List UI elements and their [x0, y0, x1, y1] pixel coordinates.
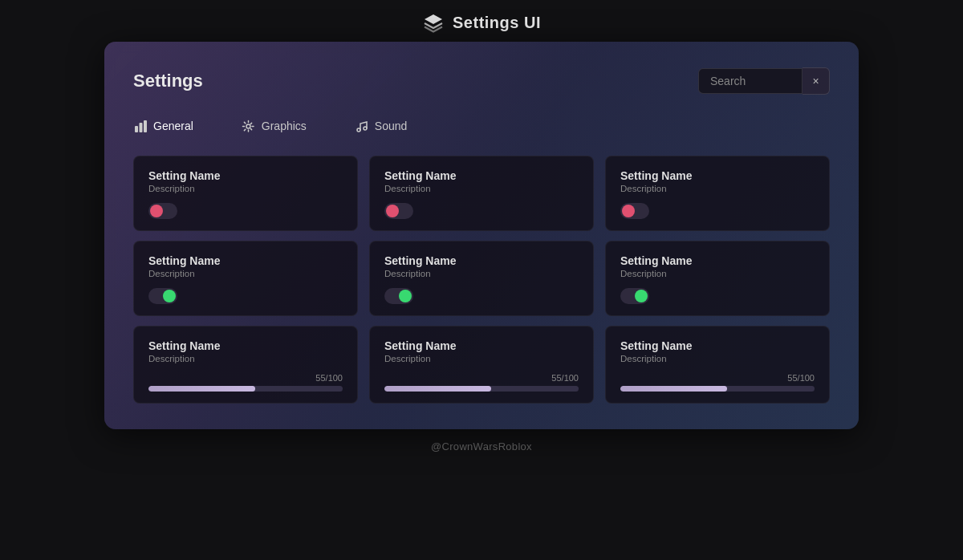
svg-marker-0: [425, 14, 442, 24]
settings-grid: Setting Name Description Setting Name De…: [133, 156, 830, 404]
search-clear-button[interactable]: ×: [802, 67, 830, 95]
slider-track-s3[interactable]: [620, 386, 815, 392]
slider-track-g3[interactable]: [148, 386, 343, 392]
slider-row-gr3: 55/100: [384, 373, 579, 383]
setting-desc-s1: Description: [620, 184, 815, 193]
setting-name-s2: Setting Name: [620, 254, 815, 267]
toggle-thumb-gr1: [386, 205, 399, 217]
tab-general[interactable]: General: [133, 114, 193, 140]
panel-header: Settings ×: [133, 67, 830, 95]
svg-rect-2: [139, 123, 142, 132]
layers-icon: [422, 11, 445, 34]
setting-name-gr1: Setting Name: [384, 169, 579, 182]
slider-fill-gr3: [384, 386, 491, 392]
svg-rect-3: [144, 120, 147, 132]
setting-name-s3: Setting Name: [620, 339, 815, 352]
toggle-wrap-g1: [148, 203, 343, 219]
setting-card-g2: Setting Name Description: [133, 241, 358, 316]
tab-general-label: General: [153, 120, 193, 132]
setting-desc-gr3: Description: [384, 354, 579, 363]
bar-chart-icon: [133, 119, 148, 133]
slider-value-s3: 55/100: [787, 373, 815, 383]
tab-sound-label: Sound: [375, 120, 407, 132]
slider-value-gr3: 55/100: [551, 373, 579, 383]
setting-name-gr3: Setting Name: [384, 339, 579, 352]
setting-name-g2: Setting Name: [148, 254, 343, 267]
toggle-wrap-gr2: [384, 288, 579, 304]
toggle-g2[interactable]: [148, 288, 177, 304]
setting-card-gr1: Setting Name Description: [369, 156, 594, 231]
toggle-g1[interactable]: [148, 203, 177, 219]
toggle-thumb-s2: [635, 290, 648, 302]
slider-row-s3: 55/100: [620, 373, 815, 383]
setting-card-s2: Setting Name Description: [605, 241, 830, 316]
setting-card-gr2: Setting Name Description: [369, 241, 594, 316]
toggle-thumb-g1: [150, 205, 163, 217]
slider-fill-g3: [148, 386, 255, 392]
toggle-s2[interactable]: [620, 288, 649, 304]
setting-card-g1: Setting Name Description: [133, 156, 358, 231]
slider-fill-s3: [620, 386, 727, 392]
toggle-wrap-s2: [620, 288, 815, 304]
toggle-wrap-g2: [148, 288, 343, 304]
setting-card-s3: Setting Name Description 55/100: [605, 326, 830, 404]
toggle-wrap-gr1: [384, 203, 579, 219]
toggle-thumb-gr2: [399, 290, 412, 302]
setting-card-gr3: Setting Name Description 55/100: [369, 326, 594, 404]
slider-row-g3: 55/100: [148, 373, 343, 383]
app-title: Settings UI: [453, 14, 541, 32]
setting-desc-gr2: Description: [384, 269, 579, 278]
slider-value-g3: 55/100: [315, 373, 343, 383]
svg-point-4: [246, 124, 250, 128]
setting-desc-g3: Description: [148, 354, 343, 363]
category-tabs: General Graphics: [133, 114, 830, 140]
footer-text: @CrownWarsRoblox: [431, 440, 532, 452]
setting-desc-gr1: Description: [384, 184, 579, 193]
panel-title: Settings: [133, 71, 203, 91]
tab-graphics-label: Graphics: [262, 120, 307, 132]
gear-icon: [242, 119, 256, 133]
footer: @CrownWarsRoblox: [0, 440, 963, 452]
tab-sound[interactable]: Sound: [355, 114, 407, 140]
toggle-s1[interactable]: [620, 203, 649, 219]
toggle-thumb-g2: [163, 290, 176, 302]
toggle-gr1[interactable]: [384, 203, 413, 219]
setting-desc-g2: Description: [148, 269, 343, 278]
toggle-wrap-s1: [620, 203, 815, 219]
toggle-thumb-s1: [622, 205, 635, 217]
search-row: ×: [698, 67, 830, 95]
setting-name-g1: Setting Name: [148, 169, 343, 182]
setting-desc-s2: Description: [620, 269, 815, 278]
tab-graphics[interactable]: Graphics: [242, 114, 307, 140]
setting-name-s1: Setting Name: [620, 169, 815, 182]
setting-desc-s3: Description: [620, 354, 815, 363]
setting-card-g3: Setting Name Description 55/100: [133, 326, 358, 404]
svg-rect-1: [135, 126, 138, 132]
top-bar: Settings UI: [0, 0, 963, 42]
settings-panel: Settings × General: [104, 42, 859, 429]
search-input[interactable]: [698, 68, 802, 94]
setting-name-gr2: Setting Name: [384, 254, 579, 267]
setting-card-s1: Setting Name Description: [605, 156, 830, 231]
slider-track-gr3[interactable]: [384, 386, 579, 392]
music-icon: [355, 119, 369, 133]
setting-desc-g1: Description: [148, 184, 343, 193]
setting-name-g3: Setting Name: [148, 339, 343, 352]
toggle-gr2[interactable]: [384, 288, 413, 304]
